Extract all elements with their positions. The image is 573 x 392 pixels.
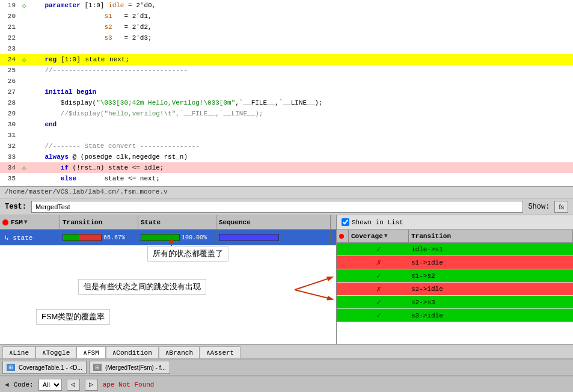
shown-in-list-bar: Shown in List xyxy=(337,215,573,230)
sequence-col-header: Sequence xyxy=(216,215,331,229)
cov-dot-0 xyxy=(337,243,349,256)
code-line-20: 20 s1 = 2'd1, xyxy=(0,11,573,22)
code-line-25: 25 //---------------------------------- xyxy=(0,65,573,76)
cov-check-2: ✓ xyxy=(349,269,409,282)
test-input[interactable] xyxy=(31,201,523,213)
show-label: Show: xyxy=(528,203,550,211)
tab-line[interactable]: ∧Line xyxy=(2,346,35,358)
code-line-32: 32 //------- State convert -------------… xyxy=(0,141,573,152)
annotations-overlay: 1 FSM类型的覆盖率 2 所有的状态都覆盖了 3 但是有些状态之间的跳变没有出… xyxy=(0,230,337,344)
cov-coverage-header: Coverage ▼ xyxy=(349,230,409,242)
status-bar: ◀ Code: All ◁ ▷ ape Not Found xyxy=(0,376,573,392)
cov-table-header: Coverage ▼ Transition xyxy=(337,230,573,243)
main-container: 19 ◇ parameter [1:0] idle = 2'd0, 20 s1 … xyxy=(0,0,573,392)
show-button[interactable]: fs xyxy=(554,201,568,213)
svg-line-3 xyxy=(295,290,331,299)
tab-fsm[interactable]: ∧FSM xyxy=(76,346,105,358)
annotation-text-1: FSM类型的覆盖率 xyxy=(36,309,110,325)
coverage-list-panel: Shown in List Coverage ▼ Transition ✓ xyxy=(337,215,573,344)
cov-check-4: ✓ xyxy=(349,296,409,308)
transition-cell: 66.67% xyxy=(60,230,138,245)
bubble-1: 1 xyxy=(36,311,47,322)
fsm-table-header: FSM ▼ Transition State Sequence xyxy=(0,215,336,230)
fsm-cell: ↳ state xyxy=(0,230,60,245)
tab-assert[interactable]: ∧Assert xyxy=(200,346,241,358)
status-text: ape Not Found xyxy=(103,381,155,388)
code-line-24: 24 ◇ reg [1:0] state next; xyxy=(0,54,573,65)
cov-check-1: ✗ xyxy=(349,256,409,269)
cov-dot-4 xyxy=(337,296,349,308)
cov-trans-2: s1->s2 xyxy=(409,269,573,282)
cov-dot-5 xyxy=(337,309,349,322)
shown-in-list-label: Shown in List xyxy=(352,219,403,226)
annotation-text-2: 所有的状态都覆盖了 xyxy=(147,246,228,262)
cov-dot-1 xyxy=(337,256,349,269)
coverage-area: FSM ▼ Transition State Sequence ↳ state xyxy=(0,215,573,345)
cov-trans-5: s3->idle xyxy=(409,309,573,322)
cov-row-5[interactable]: ✓ s3->idle xyxy=(337,309,573,322)
shown-in-list-checkbox[interactable] xyxy=(342,218,349,226)
code-line-31: 31 xyxy=(0,130,573,141)
cov-trans-1: s1->idle xyxy=(409,256,573,269)
next-button[interactable]: ▷ xyxy=(85,379,98,391)
code-line-28: 28 $display("\033[30;42m Hello,Verilog!\… xyxy=(0,97,573,108)
tabs-bar: ∧Line ∧Toggle ∧FSM ∧Condition ∧Branch ∧A… xyxy=(0,345,573,359)
taskbar-btn-1[interactable]: ⊞ CoverageTable.1 - <D... xyxy=(2,361,87,374)
cov-row-1[interactable]: ✗ s1->idle xyxy=(337,256,573,269)
bubble-3: 3 xyxy=(78,281,89,292)
cov-transition-header: Transition xyxy=(409,230,573,242)
tab-toggle[interactable]: ∧Toggle xyxy=(35,346,76,358)
red-dot-icon xyxy=(2,219,8,225)
svg-line-2 xyxy=(295,278,331,290)
code-line-35: 35 else state <= next; xyxy=(0,173,573,184)
code-label: Code: xyxy=(14,381,34,388)
cov-row-2[interactable]: ✓ s1->s2 xyxy=(337,269,573,283)
code-select[interactable]: All xyxy=(38,379,62,391)
annotation-text-3: 但是有些状态之间的跳变没有出现 xyxy=(78,279,206,295)
code-line-21: 21 s2 = 2'd2, xyxy=(0,22,573,32)
code-line-36: 36 //---------------------------------- xyxy=(0,184,573,186)
taskbar-btn-2[interactable]: ⊞ (MergedTest|Fsm) - f... xyxy=(89,361,170,374)
cov-check-3: ✗ xyxy=(349,283,409,295)
cov-trans-0: idle->s1 xyxy=(409,243,573,256)
cov-dot-header xyxy=(337,230,349,242)
code-line-22: 22 s3 = 2'd3; xyxy=(0,32,573,43)
cov-row-0[interactable]: ✓ idle->s1 xyxy=(337,243,573,256)
cov-red-dot xyxy=(339,234,344,239)
state-pct: 100.00% xyxy=(182,234,207,241)
fsm-panel: FSM ▼ Transition State Sequence ↳ state xyxy=(0,215,337,344)
cov-check-5: ✓ xyxy=(349,309,409,322)
test-label: Test: xyxy=(5,203,26,211)
code-line-30: 30 end xyxy=(0,119,573,130)
sequence-progress-bar xyxy=(219,234,279,241)
state-col-header: State xyxy=(138,215,216,229)
cov-trans-4: s2->s3 xyxy=(409,296,573,308)
transition-col-header: Transition xyxy=(60,215,138,229)
cov-filter-icon: ▼ xyxy=(384,233,388,239)
nav-arrow-left-outer: ◀ xyxy=(5,381,9,388)
cov-row-3[interactable]: ✗ s2->idle xyxy=(337,283,573,296)
cov-row-4[interactable]: ✓ s2->s3 xyxy=(337,296,573,309)
code-line-33: 33 always @ (posedge clk,negedge rst_n) xyxy=(0,152,573,162)
fsm-table-row[interactable]: ↳ state 66.67% xyxy=(0,230,336,245)
code-editor: 19 ◇ parameter [1:0] idle = 2'd0, 20 s1 … xyxy=(0,0,573,186)
taskbar: ⊞ CoverageTable.1 - <D... ⊞ (MergedTest|… xyxy=(0,359,573,376)
code-line-26: 26 xyxy=(0,76,573,87)
sequence-cell xyxy=(216,230,331,245)
code-line-23: 23 xyxy=(0,43,573,54)
test-bar: Test: Show: fs xyxy=(0,198,573,215)
state-progress-bar xyxy=(141,234,180,241)
transition-pct: 66.67% xyxy=(103,234,125,241)
tab-branch[interactable]: ∧Branch xyxy=(159,346,200,358)
code-line-34: 34 ◇ if (!rst_n) state <= idle; xyxy=(0,162,573,173)
tab-condition[interactable]: ∧Condition xyxy=(106,346,159,358)
state-cell: 100.00% xyxy=(138,230,216,245)
code-line-27: 27 initial begin xyxy=(0,87,573,97)
code-line-29: 29 //$display("hello,verilog!\t",`__FILE… xyxy=(0,108,573,119)
prev-button[interactable]: ◁ xyxy=(67,379,80,391)
transition-progress-bar xyxy=(63,234,102,241)
cov-dot-3 xyxy=(337,283,349,295)
arrows-svg xyxy=(0,230,337,344)
bubble-2: 2 xyxy=(147,248,158,259)
fsm-col-header: FSM ▼ xyxy=(0,215,60,229)
